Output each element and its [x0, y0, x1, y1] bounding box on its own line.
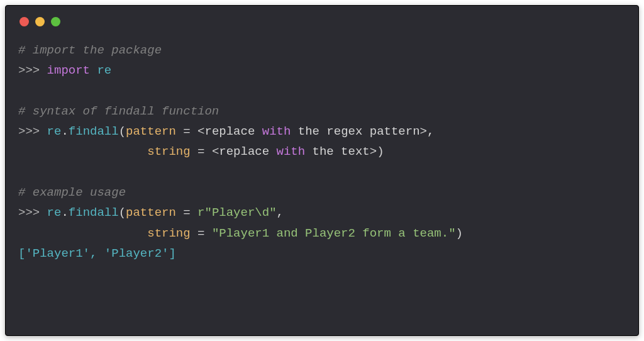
comment-line: # import the package: [18, 43, 162, 57]
param-name: string: [147, 226, 190, 240]
prompt: >>>: [18, 125, 47, 138]
placeholder-text: the text: [305, 145, 370, 159]
equals: =: [191, 145, 212, 159]
param-name: pattern: [126, 206, 176, 220]
comma: ,: [427, 125, 434, 138]
string-literal: r"Player\d": [197, 206, 276, 220]
function-name: findall: [69, 206, 119, 220]
dot-operator: .: [61, 125, 68, 138]
equals: =: [191, 226, 212, 240]
terminal-window: # import the package >>> import re # syn…: [5, 5, 639, 336]
indent: [18, 226, 147, 240]
angle-bracket: >: [420, 125, 427, 138]
titlebar: [19, 17, 626, 26]
module-name: re: [47, 125, 62, 138]
string-literal: "Player1 and Player2 form a team.": [212, 226, 456, 240]
keyword-import: import: [47, 64, 90, 77]
keyword-with: with: [277, 145, 306, 159]
output-line: ['Player1', 'Player2']: [18, 247, 176, 260]
space: [90, 64, 97, 77]
paren-close: ): [456, 226, 463, 240]
param-name: string: [147, 145, 190, 159]
maximize-icon[interactable]: [51, 17, 60, 26]
close-icon[interactable]: [19, 17, 29, 26]
paren-close: ): [377, 145, 384, 159]
placeholder-text: the regex pattern: [291, 125, 419, 138]
dot-operator: .: [61, 206, 68, 220]
comma: ,: [277, 206, 284, 220]
equals: =: [176, 125, 197, 138]
keyword-with: with: [262, 125, 291, 138]
code-block: # import the package >>> import re # syn…: [18, 40, 626, 264]
equals: =: [176, 206, 197, 220]
placeholder-text: replace: [219, 145, 276, 159]
placeholder-text: replace: [205, 125, 262, 138]
angle-bracket: <: [197, 125, 204, 138]
minimize-icon[interactable]: [35, 17, 45, 26]
comment-line: # example usage: [18, 186, 126, 199]
prompt: >>>: [18, 64, 47, 77]
angle-bracket: <: [212, 145, 219, 159]
prompt: >>>: [18, 206, 47, 220]
paren-open: (: [119, 125, 126, 138]
module-name: re: [47, 206, 62, 220]
paren-open: (: [119, 206, 126, 220]
function-name: findall: [69, 125, 119, 138]
module-name: re: [97, 64, 111, 77]
param-name: pattern: [126, 125, 176, 138]
indent: [18, 145, 147, 159]
angle-bracket: >: [370, 145, 377, 159]
comment-line: # syntax of findall function: [18, 104, 219, 118]
